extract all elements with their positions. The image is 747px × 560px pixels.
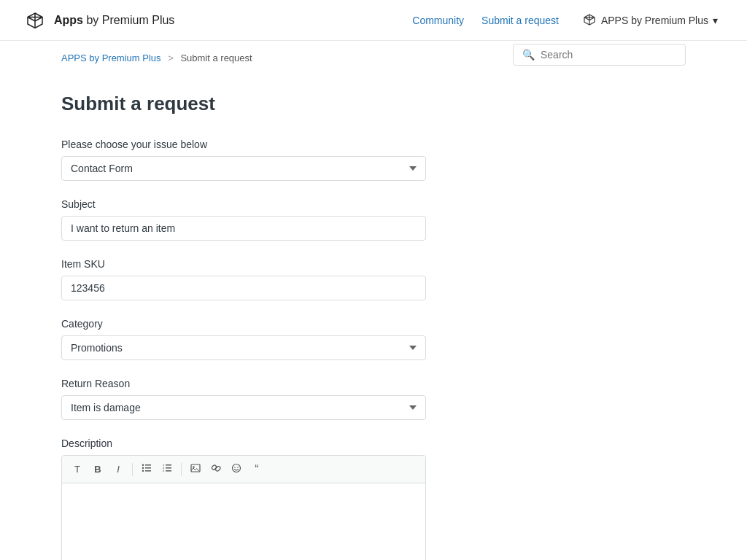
community-link[interactable]: Community bbox=[412, 15, 464, 26]
header: Apps by Premium Plus Community Submit a … bbox=[0, 0, 747, 41]
issue-label: Please choose your issue below bbox=[61, 139, 449, 150]
svg-rect-7 bbox=[166, 464, 171, 466]
main-content: Submit a request Please choose your issu… bbox=[0, 63, 511, 560]
logo-text: Apps by Premium Plus bbox=[54, 14, 174, 27]
subject-label: Subject bbox=[61, 198, 449, 210]
svg-rect-2 bbox=[145, 467, 151, 469]
toolbar-quote-button[interactable]: “ bbox=[247, 461, 266, 478]
category-label: Category bbox=[61, 318, 449, 330]
ordered-list-icon: 123 bbox=[162, 463, 172, 473]
svg-rect-3 bbox=[145, 470, 151, 472]
emoji-icon bbox=[231, 463, 241, 473]
toolbar-text-button[interactable]: T bbox=[68, 461, 87, 478]
search-input[interactable] bbox=[541, 49, 676, 61]
breadcrumb-separator: > bbox=[168, 52, 174, 63]
issue-group: Please choose your issue below Contact F… bbox=[61, 139, 449, 181]
svg-rect-1 bbox=[145, 464, 151, 466]
svg-point-15 bbox=[233, 464, 241, 472]
submit-request-link[interactable]: Submit a request bbox=[481, 15, 559, 26]
unordered-list-icon bbox=[142, 463, 152, 473]
svg-point-17 bbox=[237, 467, 239, 468]
issue-select[interactable]: Contact Form Technical Issue Billing Oth… bbox=[61, 156, 426, 181]
svg-point-6 bbox=[142, 470, 144, 472]
toolbar-ul-button[interactable] bbox=[137, 460, 156, 478]
svg-point-5 bbox=[142, 467, 144, 469]
toolbar-emoji-button[interactable] bbox=[227, 460, 246, 478]
toolbar-bold-button[interactable]: B bbox=[88, 461, 107, 478]
search-wrapper: 🔍 bbox=[513, 44, 686, 66]
subject-input[interactable] bbox=[61, 216, 426, 241]
page-title: Submit a request bbox=[61, 93, 449, 115]
search-container: 🔍 bbox=[513, 44, 686, 66]
editor-container: T B I 123 bbox=[61, 455, 426, 560]
svg-point-16 bbox=[234, 467, 236, 468]
apps-dropdown-icon bbox=[582, 13, 597, 28]
search-icon: 🔍 bbox=[522, 49, 535, 61]
svg-text:3: 3 bbox=[163, 469, 165, 472]
svg-point-4 bbox=[142, 464, 144, 466]
sku-group: Item SKU bbox=[61, 258, 449, 300]
logo-icon bbox=[23, 9, 47, 32]
return-reason-label: Return Reason bbox=[61, 378, 449, 389]
breadcrumb-home[interactable]: APPS by Premium Plus bbox=[61, 52, 161, 63]
chevron-down-icon: ▾ bbox=[713, 15, 718, 26]
editor-toolbar: T B I 123 bbox=[62, 456, 425, 483]
return-reason-group: Return Reason Item is damage Wrong item … bbox=[61, 378, 449, 420]
breadcrumb-current: Submit a request bbox=[180, 52, 252, 63]
logo-area: Apps by Premium Plus bbox=[23, 9, 174, 32]
toolbar-separator-2 bbox=[181, 463, 182, 476]
svg-rect-9 bbox=[166, 470, 171, 472]
description-editor[interactable] bbox=[62, 483, 425, 560]
description-label: Description bbox=[61, 438, 449, 449]
return-reason-select[interactable]: Item is damage Wrong item Not as describ… bbox=[61, 395, 426, 420]
toolbar-link-button[interactable] bbox=[206, 460, 225, 478]
apps-dropdown-label: APPS by Premium Plus bbox=[601, 15, 708, 26]
category-group: Category Promotions Electronics Clothing… bbox=[61, 318, 449, 360]
description-group: Description T B I 123 bbox=[61, 438, 449, 560]
toolbar-image-button[interactable] bbox=[186, 460, 205, 478]
toolbar-separator-1 bbox=[132, 463, 133, 476]
header-nav: Community Submit a request APPS by Premi… bbox=[412, 10, 724, 31]
sku-input[interactable] bbox=[61, 276, 426, 300]
toolbar-italic-button[interactable]: I bbox=[109, 461, 128, 478]
sku-label: Item SKU bbox=[61, 258, 449, 270]
toolbar-ol-button[interactable]: 123 bbox=[158, 460, 177, 478]
apps-dropdown-button[interactable]: APPS by Premium Plus ▾ bbox=[576, 10, 724, 31]
category-select[interactable]: Promotions Electronics Clothing Other bbox=[61, 335, 426, 360]
svg-rect-8 bbox=[166, 467, 171, 469]
subject-group: Subject bbox=[61, 198, 449, 241]
link-icon bbox=[211, 463, 221, 473]
image-icon bbox=[190, 463, 201, 473]
svg-point-14 bbox=[193, 466, 194, 467]
